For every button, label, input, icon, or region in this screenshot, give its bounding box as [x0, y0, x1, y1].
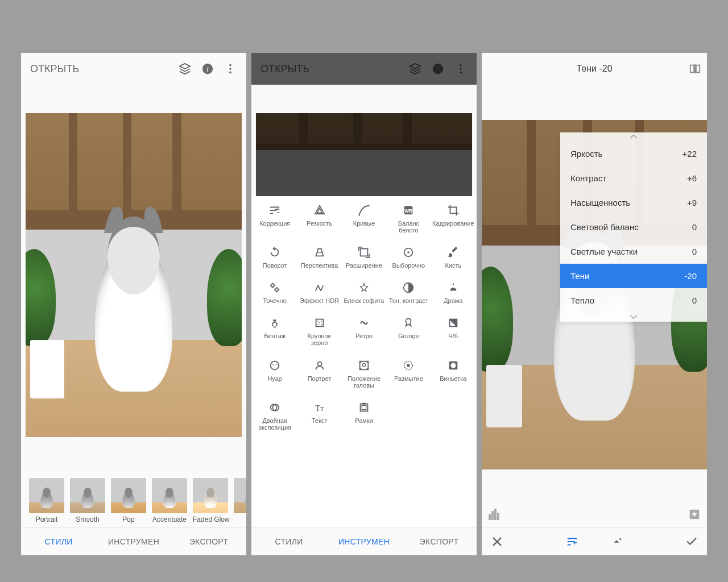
tool-perspective[interactable]: Перспектива [297, 244, 341, 271]
svg-point-22 [317, 324, 318, 325]
tool-tonal[interactable]: Тон. контраст [386, 279, 431, 306]
svg-point-29 [317, 361, 321, 365]
chevron-down-icon[interactable] [560, 313, 707, 322]
screen-styles: ОТКРЫТЬ i Portrait Smooth Pop Accentuate… [21, 53, 246, 555]
param-Тепло[interactable]: Тепло0 [560, 288, 707, 313]
svg-rect-41 [362, 403, 366, 405]
tool-selective[interactable]: Выборочно [386, 244, 431, 271]
tool-vintage[interactable]: Винтаж [253, 314, 297, 348]
svg-point-26 [271, 361, 279, 369]
style-faded-glow[interactable]: Faded Glow [193, 478, 228, 523]
svg-rect-48 [497, 513, 499, 520]
tool-brush[interactable]: Кисть [431, 244, 475, 271]
overflow-icon [449, 57, 472, 80]
tune-icon[interactable] [566, 535, 578, 548]
tool-text[interactable]: TтТекст [297, 399, 341, 433]
info-icon[interactable]: i [196, 57, 219, 80]
tool-grain[interactable]: Крупное зерно [297, 314, 341, 348]
cancel-icon[interactable] [491, 535, 503, 548]
tool-portrait[interactable]: Портрет [297, 357, 341, 391]
tool-retro[interactable]: Ретро [342, 314, 386, 348]
tab-export[interactable]: ЭКСПОРТ [402, 528, 477, 555]
param-Контраст[interactable]: Контраст+6 [560, 166, 707, 190]
apply-icon[interactable] [685, 535, 698, 548]
auto-icon[interactable] [610, 535, 623, 548]
tool-rotate[interactable]: Поворот [253, 244, 297, 271]
tool-double[interactable]: Двойная экспозиция [253, 399, 297, 433]
svg-point-7 [460, 68, 462, 70]
compare-icon[interactable] [689, 63, 701, 77]
svg-rect-46 [491, 511, 494, 520]
param-panel[interactable]: Яркость+22Контраст+6Насыщенность+9Светов… [560, 132, 707, 322]
tool-glamour[interactable]: Блеск софита [342, 279, 386, 306]
layers-icon[interactable] [173, 57, 196, 80]
svg-rect-43 [696, 65, 700, 73]
svg-point-2 [229, 64, 231, 66]
svg-rect-42 [690, 65, 694, 73]
tool-blur[interactable]: Размытие [386, 357, 431, 391]
svg-text:i: i [206, 65, 209, 73]
tool-drama[interactable]: Драма [431, 279, 475, 306]
style-pop[interactable]: Pop [111, 478, 146, 523]
star-icon[interactable] [689, 509, 700, 522]
tool-curves[interactable]: Кривые [342, 202, 386, 236]
tool-tune[interactable]: Коррекция [253, 202, 297, 236]
tab-styles[interactable]: СТИЛИ [21, 528, 96, 555]
tab-export[interactable]: ЭКСПОРТ [171, 528, 246, 555]
tool-crop[interactable]: Кадрирование [431, 202, 475, 236]
svg-rect-39 [361, 404, 368, 411]
style-more[interactable]: M [234, 478, 246, 523]
topbar-dimmed: ОТКРЫТЬ [251, 53, 477, 85]
svg-point-6 [460, 64, 462, 66]
svg-point-21 [320, 321, 321, 322]
tool-bw[interactable]: Ч/б [431, 314, 475, 348]
histogram-icon[interactable] [489, 509, 502, 522]
chevron-up-icon[interactable] [560, 132, 707, 142]
svg-point-10 [368, 205, 370, 206]
svg-point-27 [273, 364, 274, 365]
style-portrait[interactable]: Portrait [29, 478, 64, 523]
tool-details[interactable]: Резкость [297, 202, 341, 236]
style-smooth[interactable]: Smooth [70, 478, 105, 523]
styles-strip[interactable]: Portrait Smooth Pop Accentuate Faded Glo… [21, 473, 246, 528]
info-icon [427, 57, 449, 80]
adjust-footer [482, 527, 707, 555]
svg-point-3 [229, 68, 231, 70]
tab-tools[interactable]: ИНСТРУМЕН [326, 528, 402, 555]
overflow-icon[interactable] [219, 57, 242, 80]
param-Тени[interactable]: Тени-20 [560, 264, 707, 288]
tab-tools[interactable]: ИНСТРУМЕН [96, 528, 171, 555]
tool-hdr[interactable]: Эффект HDR [297, 279, 341, 306]
svg-point-28 [276, 364, 277, 365]
tool-frames[interactable]: Рамки [342, 399, 386, 433]
open-button: ОТКРЫТЬ [256, 63, 314, 75]
style-accentuate[interactable]: Accentuate [152, 478, 187, 523]
tool-expand[interactable]: Расширение [342, 244, 386, 271]
param-Яркость[interactable]: Яркость+22 [560, 142, 707, 166]
tool-vignette[interactable]: Виньетка [431, 357, 475, 391]
svg-text:WB: WB [405, 209, 413, 214]
open-button[interactable]: ОТКРЫТЬ [26, 63, 84, 75]
tool-wb[interactable]: WBБаланс белого [386, 202, 431, 236]
svg-point-20 [317, 321, 318, 322]
tool-grunge[interactable]: Grunge [386, 314, 431, 348]
main-image[interactable] [26, 113, 242, 437]
screen-tools: ОТКРЫТЬ КоррекцияРезкостьКривыеWBБаланс … [251, 53, 477, 555]
svg-point-35 [450, 363, 456, 368]
bottom-nav: СТИЛИ ИНСТРУМЕН ЭКСПОРТ [251, 527, 477, 555]
svg-rect-45 [489, 514, 491, 520]
param-Световой баланс[interactable]: Световой баланс0 [560, 215, 707, 239]
layers-icon [404, 57, 427, 80]
param-Насыщенность[interactable]: Насыщенность+9 [560, 190, 707, 215]
tools-panel: КоррекцияРезкостьКривыеWBБаланс белогоКа… [251, 196, 477, 528]
svg-text:Tт: Tт [315, 403, 324, 412]
tool-noir[interactable]: Нуар [253, 357, 297, 391]
bottom-nav: СТИЛИ ИНСТРУМЕН ЭКСПОРТ [21, 527, 246, 555]
param-Светлые участки[interactable]: Светлые участки0 [560, 239, 707, 264]
svg-point-23 [320, 324, 321, 325]
svg-point-31 [362, 363, 366, 367]
topbar: ОТКРЫТЬ i [21, 53, 246, 85]
tool-headpose[interactable]: Положение головы [342, 357, 386, 391]
tool-healing[interactable]: Точечно [253, 279, 297, 306]
tab-styles[interactable]: СТИЛИ [251, 528, 326, 555]
